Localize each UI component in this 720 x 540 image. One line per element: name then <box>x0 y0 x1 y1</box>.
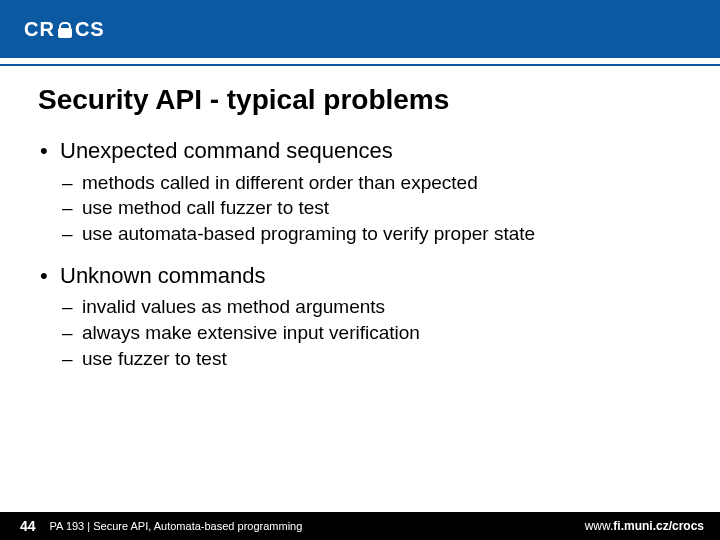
list-item: use automata-based programing to verify … <box>60 221 682 247</box>
logo-text-left: CR <box>24 18 55 41</box>
page-number: 44 <box>0 518 50 534</box>
list-item: use method call fuzzer to test <box>60 195 682 221</box>
list-item: Unexpected command sequences methods cal… <box>38 136 682 247</box>
sub-list: invalid values as method arguments alway… <box>60 294 682 371</box>
footer-text: PA 193 | Secure API, Automata-based prog… <box>50 520 585 532</box>
logo-text-right: CS <box>75 18 105 41</box>
footer-url-main: fi.muni.cz/crocs <box>613 519 704 533</box>
list-item: Unknown commands invalid values as metho… <box>38 261 682 372</box>
lock-icon <box>56 21 74 39</box>
sub-bullet-text: invalid values as method arguments <box>82 296 385 317</box>
list-item: methods called in different order than e… <box>60 170 682 196</box>
list-item: always make extensive input verification <box>60 320 682 346</box>
logo: CR CS <box>24 18 105 41</box>
bullet-text: Unknown commands <box>60 263 265 288</box>
sub-list: methods called in different order than e… <box>60 170 682 247</box>
footer-url: www.fi.muni.cz/crocs <box>585 519 720 533</box>
slide: CR CS Security API - typical problems Un… <box>0 0 720 540</box>
content-area: Security API - typical problems Unexpect… <box>0 66 720 512</box>
sub-bullet-text: always make extensive input verification <box>82 322 420 343</box>
footer-bar: 44 PA 193 | Secure API, Automata-based p… <box>0 512 720 540</box>
sub-bullet-text: methods called in different order than e… <box>82 172 478 193</box>
list-item: invalid values as method arguments <box>60 294 682 320</box>
header-bar: CR CS <box>0 0 720 58</box>
list-item: use fuzzer to test <box>60 346 682 372</box>
footer-url-prefix: www. <box>585 519 614 533</box>
bullet-list: Unexpected command sequences methods cal… <box>38 136 682 371</box>
sub-bullet-text: use automata-based programing to verify … <box>82 223 535 244</box>
slide-title: Security API - typical problems <box>38 84 682 116</box>
sub-bullet-text: use method call fuzzer to test <box>82 197 329 218</box>
bullet-text: Unexpected command sequences <box>60 138 393 163</box>
sub-bullet-text: use fuzzer to test <box>82 348 227 369</box>
